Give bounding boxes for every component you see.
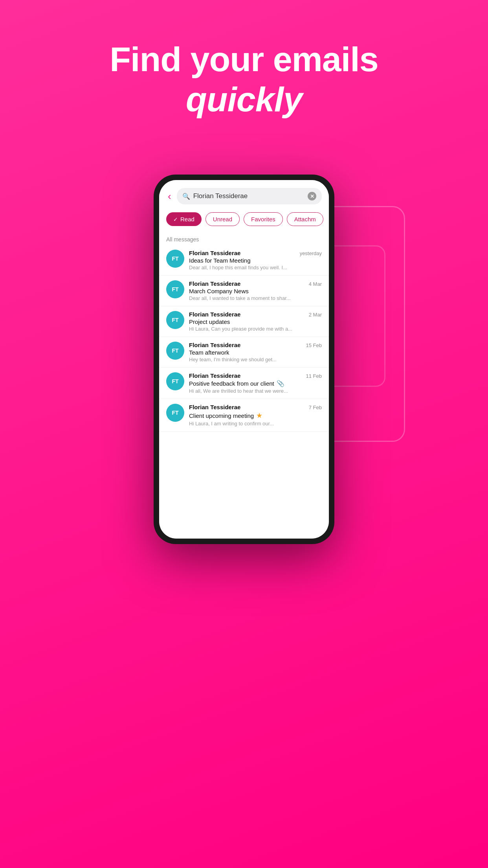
message-content: Florian Tessiderae 7 Feb Client upcoming… [189, 404, 322, 427]
tab-favorites[interactable]: Favorites [244, 212, 283, 226]
subject-text: Client upcoming meeting [189, 412, 254, 419]
message-content: Florian Tessiderae 15 Feb Team afterwork… [189, 342, 322, 362]
subject-text: Project updates [189, 318, 230, 325]
section-label: All messages [159, 232, 329, 245]
message-item[interactable]: FT Florian Tessiderae 4 Mar March Compan… [159, 276, 329, 306]
message-preview: Hey team, I'm thinking we should get... [189, 357, 322, 362]
sender-name: Florian Tessiderae [189, 311, 240, 318]
message-content: Florian Tessiderae 2 Mar Project updates… [189, 311, 322, 332]
star-icon: ★ [256, 411, 262, 420]
message-subject: Ideas for Team Meeting [189, 257, 322, 264]
messages-list: FT Florian Tessiderae yesterday Ideas fo… [159, 245, 329, 432]
avatar: FT [166, 250, 184, 268]
tab-attachments-label: Attachm [294, 216, 316, 223]
message-date: 4 Mar [309, 281, 322, 287]
tab-unread[interactable]: Unread [205, 212, 240, 226]
avatar: FT [166, 280, 184, 298]
message-subject: Project updates [189, 318, 322, 325]
message-subject: Team afterwork [189, 349, 322, 356]
message-date: 15 Feb [306, 342, 322, 348]
search-icon: 🔍 [182, 193, 190, 200]
message-item[interactable]: FT Florian Tessiderae 11 Feb Positive fe… [159, 368, 329, 399]
message-item[interactable]: FT Florian Tessiderae 7 Feb Client upcom… [159, 399, 329, 432]
subject-text: Team afterwork [189, 349, 229, 356]
phone-screen: ‹ 🔍 Florian Tessiderae ✕ ✓ Read Unread [159, 180, 329, 539]
message-date: 2 Mar [309, 312, 322, 318]
message-item[interactable]: FT Florian Tessiderae 2 Mar Project upda… [159, 306, 329, 337]
avatar: FT [166, 404, 184, 422]
sender-name: Florian Tessiderae [189, 372, 240, 379]
message-subject: Positive feedback from our client 📎 [189, 380, 322, 387]
sender-name: Florian Tessiderae [189, 404, 240, 410]
message-content: Florian Tessiderae 4 Mar March Company N… [189, 280, 322, 301]
filter-tabs: ✓ Read Unread Favorites Attachm [159, 209, 329, 232]
tab-unread-label: Unread [213, 216, 232, 223]
message-header: Florian Tessiderae yesterday [189, 250, 322, 256]
message-header: Florian Tessiderae 7 Feb [189, 404, 322, 410]
message-item[interactable]: FT Florian Tessiderae yesterday Ideas fo… [159, 245, 329, 276]
message-preview: Hi Laura, Can you please provide me with… [189, 326, 322, 332]
search-input[interactable]: Florian Tessiderae [193, 192, 305, 200]
sender-name: Florian Tessiderae [189, 342, 240, 348]
back-button[interactable]: ‹ [166, 190, 173, 202]
tab-favorites-label: Favorites [251, 216, 275, 223]
messages-section: All messages FT Florian Tessiderae yeste… [159, 232, 329, 539]
message-preview: Hi all, We are thrilled to hear that we … [189, 388, 322, 394]
message-date: 7 Feb [309, 405, 322, 410]
headline: Find your emails quickly [110, 39, 378, 120]
message-header: Florian Tessiderae 15 Feb [189, 342, 322, 348]
message-subject: March Company News [189, 288, 322, 294]
message-header: Florian Tessiderae 2 Mar [189, 311, 322, 318]
avatar: FT [166, 311, 184, 329]
message-content: Florian Tessiderae yesterday Ideas for T… [189, 250, 322, 270]
clear-icon: ✕ [310, 193, 314, 199]
message-subject: Client upcoming meeting ★ [189, 411, 322, 420]
avatar: FT [166, 342, 184, 360]
search-area: ‹ 🔍 Florian Tessiderae ✕ [159, 180, 329, 209]
message-date: yesterday [300, 250, 322, 256]
message-item[interactable]: FT Florian Tessiderae 15 Feb Team afterw… [159, 337, 329, 368]
message-preview: Dear all, I wanted to take a moment to s… [189, 295, 322, 301]
tab-read-label: Read [180, 216, 194, 223]
clear-search-button[interactable]: ✕ [308, 192, 316, 200]
search-bar[interactable]: 🔍 Florian Tessiderae ✕ [177, 188, 322, 204]
message-header: Florian Tessiderae 4 Mar [189, 280, 322, 287]
message-preview: Hi Laura, I am writing to confirm our... [189, 421, 322, 427]
avatar: FT [166, 372, 184, 390]
sender-name: Florian Tessiderae [189, 280, 240, 287]
tab-attachments[interactable]: Attachm [287, 212, 323, 226]
headline-line2: quickly [110, 79, 378, 120]
tab-read[interactable]: ✓ Read [166, 212, 202, 226]
message-date: 11 Feb [306, 373, 322, 379]
message-preview: Dear all, I hope this email finds you we… [189, 265, 322, 270]
subject-text: Ideas for Team Meeting [189, 257, 250, 264]
subject-text: March Company News [189, 288, 249, 294]
phone-frame: ‹ 🔍 Florian Tessiderae ✕ ✓ Read Unread [154, 175, 334, 544]
message-header: Florian Tessiderae 11 Feb [189, 372, 322, 379]
check-icon: ✓ [173, 216, 178, 223]
sender-name: Florian Tessiderae [189, 250, 240, 256]
headline-line1: Find your emails [110, 39, 378, 79]
subject-text: Positive feedback from our client [189, 380, 274, 387]
phone-container: ‹ 🔍 Florian Tessiderae ✕ ✓ Read Unread [154, 175, 334, 544]
attachment-icon: 📎 [277, 380, 284, 387]
message-content: Florian Tessiderae 11 Feb Positive feedb… [189, 372, 322, 394]
